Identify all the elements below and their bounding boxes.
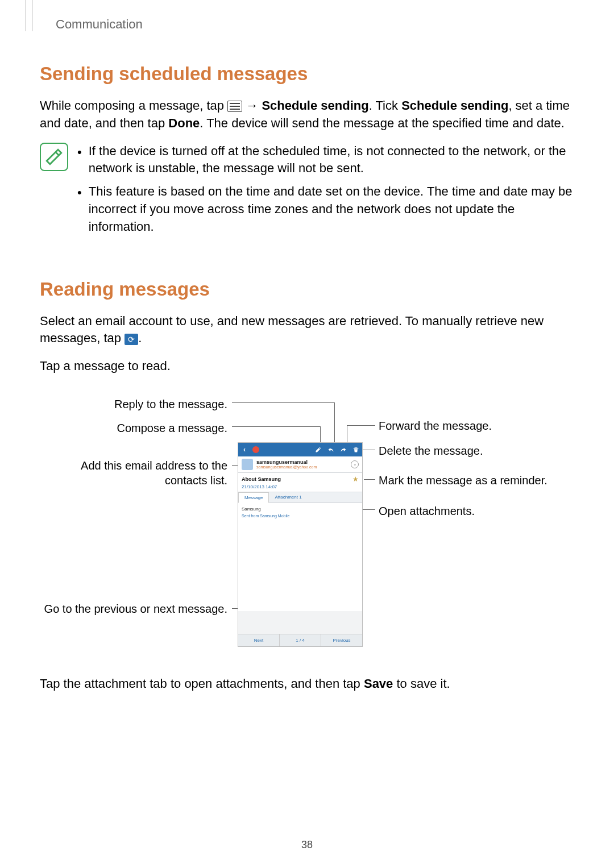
tab-message[interactable]: Message xyxy=(238,492,269,503)
email-reading-figure: Reply to the message. Compose a message.… xyxy=(40,385,574,658)
email-subject: About Samsung xyxy=(242,476,281,482)
note-bullet-2: • This feature is based on the time and … xyxy=(77,183,574,235)
callout-prev-next: Go to the previous or next message. xyxy=(40,601,227,616)
callout-delete: Delete the message. xyxy=(379,443,483,458)
menu-icon xyxy=(227,101,242,112)
sender-email: samsungusermanual@yahoo.com xyxy=(256,465,347,469)
callout-forward: Forward the message. xyxy=(379,418,492,433)
back-icon[interactable]: ‹ xyxy=(240,446,248,454)
nav-next-button[interactable]: Next xyxy=(238,634,279,646)
tab-attachment[interactable]: Attachment 1 xyxy=(269,492,307,502)
callout-mark-reminder: Mark the message as a reminder. xyxy=(379,473,547,488)
email-body-line: Samsung xyxy=(242,506,359,512)
sender-name: samsungusermanual xyxy=(256,459,347,465)
phone-screenshot: ‹ samsunguser xyxy=(238,442,363,647)
para-reading-1: Select an email account to use, and new … xyxy=(40,313,574,348)
callout-add-contact: Add this email address to the contacts l… xyxy=(40,458,227,488)
para-schedule: While composing a message, tap → Schedul… xyxy=(40,97,574,132)
heading-reading-messages: Reading messages xyxy=(40,279,574,300)
delete-icon[interactable] xyxy=(352,446,360,454)
star-icon[interactable]: ★ xyxy=(352,475,359,483)
avatar[interactable] xyxy=(242,459,253,470)
callout-open-attach: Open attachments. xyxy=(379,504,475,518)
refresh-icon: ⟳ xyxy=(125,334,138,345)
note-icon xyxy=(40,143,68,171)
para-reading-2: Tap a message to read. xyxy=(40,358,574,375)
heading-sending-scheduled: Sending scheduled messages xyxy=(40,63,574,85)
nav-previous-button[interactable]: Previous xyxy=(321,634,362,646)
para-attachment-save: Tap the attachment tab to open attachmen… xyxy=(40,675,574,693)
expand-icon[interactable]: ⌄ xyxy=(351,460,359,468)
compose-icon[interactable] xyxy=(314,446,322,454)
callout-reply: Reply to the message. xyxy=(40,397,227,412)
page-number: 38 xyxy=(0,839,614,851)
record-icon[interactable] xyxy=(252,446,260,454)
email-signature: Sent from Samsung Mobile xyxy=(242,514,359,518)
email-date: 21/10/2013 14:07 xyxy=(238,484,362,492)
reply-icon[interactable] xyxy=(327,446,335,454)
callout-compose: Compose a message. xyxy=(40,421,227,435)
header-tab-mark xyxy=(26,0,32,31)
forward-icon[interactable] xyxy=(339,446,347,454)
note-bullet-1: • If the device is turned off at the sch… xyxy=(77,143,574,178)
nav-count: 1 / 4 xyxy=(279,634,321,646)
breadcrumb: Communication xyxy=(56,17,574,32)
